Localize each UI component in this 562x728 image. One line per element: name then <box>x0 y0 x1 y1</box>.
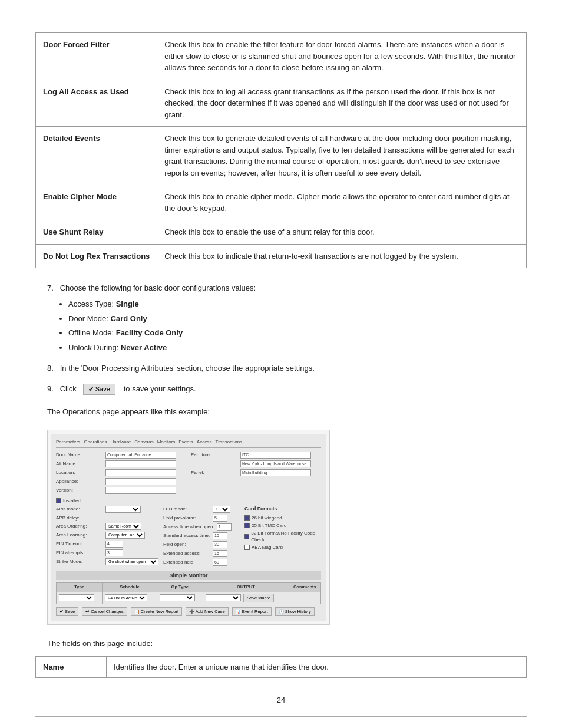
scr-bottom-btn[interactable]: 📋 Create New Report <box>131 607 182 616</box>
step-9-suffix: to save your settings. <box>124 384 196 393</box>
screenshot-content: ParametersOperationsHardwareCamerasMonit… <box>51 434 326 620</box>
scr-field-input[interactable] <box>105 469 176 476</box>
def-term: Log All Access as Used <box>36 80 157 127</box>
def-table-row: Enable Cipher ModeCheck this box to enab… <box>36 185 527 220</box>
scr-extended-access-field[interactable]: 15 <box>213 550 227 557</box>
scr-strike-mode-select[interactable]: Go short when open <box>105 558 158 565</box>
scr-tab[interactable]: Access <box>197 439 212 445</box>
scr-left-col: Door Name:Computer Lab EntranceAlt Name:… <box>56 452 186 496</box>
scr-field-label: Location: <box>56 469 103 476</box>
scr-strike-mode-row: Strike Mode: Go short when open <box>56 558 158 565</box>
scr-card-format-checkbox[interactable] <box>244 515 250 521</box>
scr-card-format-label: 26 bit wiegand <box>252 515 282 521</box>
def-term: Use Shunt Relay <box>36 220 157 245</box>
scr-sm-type-select[interactable] <box>59 594 94 601</box>
scr-apb-mode-label: APB mode: <box>56 506 103 512</box>
scr-bottom-btn[interactable]: ➕ Add New Case <box>186 607 229 616</box>
scr-field-input[interactable] <box>105 478 176 485</box>
step-8-item: 8. In the 'Door Processing Attributes' s… <box>47 363 527 375</box>
scr-bottom-btn[interactable]: 🕐 Show History <box>275 607 315 616</box>
def-table-row: Door Forced FilterCheck this box to enab… <box>36 33 527 80</box>
scr-field-input[interactable]: Main Building <box>240 469 311 476</box>
step-9-item: 9. Click ✔ Save to save your settings. <box>47 383 527 396</box>
step-7-bullet: Offline Mode: Facility Code Only <box>68 327 527 340</box>
scr-hold-pre-alarm-field[interactable]: 5 <box>213 515 227 522</box>
step-8-text: In the 'Door Processing Attributes' sect… <box>60 364 315 373</box>
scr-access-time-field[interactable]: 1 <box>217 523 232 531</box>
scr-tab[interactable]: Monitors <box>157 439 176 445</box>
step-8-number: 8. <box>47 364 58 373</box>
scr-card-format-checkbox[interactable] <box>244 545 250 550</box>
scr-sm-schedule-select[interactable]: 24 Hours Active <box>105 594 147 601</box>
scr-tab[interactable]: Parameters <box>56 439 80 445</box>
scr-bottom-buttons: ✔ Save↩ Cancel Changes📋 Create New Repor… <box>56 607 321 616</box>
def-term: Detailed Events <box>36 127 157 185</box>
scr-bottom-btn[interactable]: ✔ Save <box>56 607 78 616</box>
scr-left-field-row: Version: <box>56 487 186 494</box>
scr-left-field-row: Alt Name: <box>56 460 186 467</box>
step-7-bullet: Unlock During: Never Active <box>68 342 527 354</box>
scr-sm-output-select[interactable] <box>206 594 241 601</box>
scr-left-field-row: Location: <box>56 469 186 476</box>
scr-area-learning-select[interactable]: Computer Lab <box>105 532 145 539</box>
scr-apb-mode-row: APB mode: <box>56 506 158 513</box>
scr-sm-save-macro-btn[interactable]: Save Macro <box>243 594 274 602</box>
scr-sm-col-header: Comments <box>289 583 320 592</box>
scr-access-time-label: Access time when open: <box>163 523 214 530</box>
scr-access-time-row: Access time when open: 1 <box>163 523 240 531</box>
save-button-inline[interactable]: ✔ Save <box>83 384 115 395</box>
scr-tab[interactable]: Hardware <box>111 439 131 445</box>
scr-right-field-row: Panel:Main Building <box>191 469 321 476</box>
scr-tab[interactable]: Transactions <box>216 439 243 445</box>
scr-field-input[interactable]: Computer Lab Entrance <box>105 452 176 459</box>
step-7-item: 7. Choose the following for basic door c… <box>47 282 527 354</box>
def-table-row: Do Not Log Rex TransactionsCheck this bo… <box>36 244 527 268</box>
scr-held-open-field[interactable]: 30 <box>213 541 227 548</box>
scr-left-field-row: Door Name:Computer Lab Entrance <box>56 452 186 459</box>
scr-access-time-col: LED mode: 1 Hold pre-alarm: 5 Access tim… <box>163 506 240 568</box>
scr-apb-delay-row: APB delay: <box>56 515 158 521</box>
def-definition: Check this box to enable the filter feat… <box>157 33 527 80</box>
scr-pin-attempts-field[interactable]: 3 <box>105 549 123 556</box>
scr-left-field-row: Appliance: <box>56 478 186 485</box>
scr-area-ordering-label: Area Ordering: <box>56 523 103 529</box>
scr-apb-mode-select[interactable] <box>105 506 141 513</box>
scr-extended-held-field[interactable]: 60 <box>213 559 227 566</box>
scr-field-input[interactable] <box>105 487 176 494</box>
scr-field-input[interactable] <box>105 460 176 467</box>
scr-tab[interactable]: Operations <box>84 439 107 445</box>
scr-field-label: Door Name: <box>56 452 103 458</box>
scr-fields-area: Door Name:Computer Lab EntranceAlt Name:… <box>56 452 321 496</box>
def-term: Enable Cipher Mode <box>36 185 157 220</box>
scr-sm-col-header: Type <box>57 583 103 592</box>
scr-simple-monitor-title: Simple Monitor <box>56 571 321 581</box>
scr-led-mode-select[interactable]: 1 <box>213 506 230 513</box>
scr-tabs: ParametersOperationsHardwareCamerasMonit… <box>56 439 321 447</box>
scr-tab[interactable]: Cameras <box>134 439 153 445</box>
fields-definition: Identifies the door. Enter a unique name… <box>107 656 527 678</box>
scr-field-input[interactable]: ITC <box>240 452 311 459</box>
scr-held-open-label: Held open: <box>163 541 210 548</box>
scr-sm-col-header: OUTPUT <box>203 583 289 592</box>
step-9-number: 9. <box>47 384 58 393</box>
scr-sm-comments-cell <box>289 592 320 604</box>
scr-field-label: Alt Name: <box>56 460 103 467</box>
scr-right-col: Partitions:ITCNew York - Long Island War… <box>191 452 321 496</box>
scr-field-input[interactable]: New York - Long Island Warehouse <box>240 460 311 467</box>
scr-held-open-row: Held open: 30 <box>163 541 240 548</box>
def-table-row: Detailed EventsCheck this box to generat… <box>36 127 527 185</box>
scr-card-format-checkbox[interactable] <box>244 534 249 539</box>
scr-card-format-checkbox[interactable] <box>244 523 250 528</box>
scr-sm-col-header: Schedule <box>103 583 157 592</box>
scr-pin-timeout-field[interactable]: 4 <box>105 541 123 548</box>
scr-standard-access-field[interactable]: 15 <box>213 532 227 539</box>
scr-bottom-btn[interactable]: 📊 Event Report <box>232 607 272 616</box>
scr-area-ordering-select[interactable]: Same Room <box>105 523 141 530</box>
scr-card-formats-list: 26 bit wiegand25 Bit TMC Card32 Bit Form… <box>244 515 321 551</box>
scr-field-label: Panel: <box>191 469 238 476</box>
scr-apb-col: APB mode: APB delay: Area Ordering: Same… <box>56 506 158 568</box>
scr-tab[interactable]: Events <box>178 439 193 445</box>
fields-term: Name <box>36 656 107 678</box>
scr-bottom-btn[interactable]: ↩ Cancel Changes <box>82 607 127 616</box>
scr-sm-optype-select[interactable] <box>160 594 195 601</box>
